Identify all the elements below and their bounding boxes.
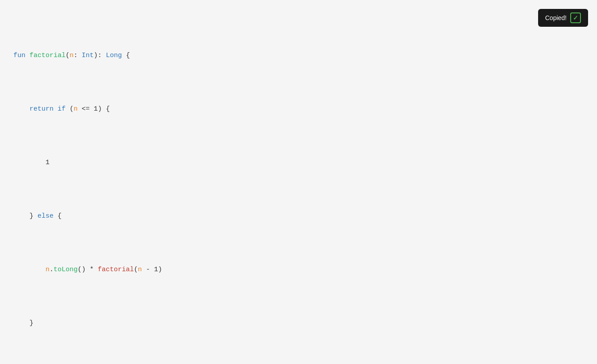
code-line-6: }	[13, 317, 584, 330]
code-block: fun factorial(n: Int): Long { return if …	[13, 9, 584, 364]
copied-toast: Copied! ✓	[538, 9, 588, 27]
copied-label: Copied!	[545, 14, 567, 21]
check-icon: ✓	[570, 12, 581, 23]
code-container: fun factorial(n: Int): Long { return if …	[0, 0, 597, 364]
code-line-1: fun factorial(n: Int): Long {	[13, 49, 584, 62]
code-line-4: } else {	[13, 210, 584, 223]
code-line-5: n.toLong() * factorial(n - 1)	[13, 263, 584, 277]
code-line-3: 1	[13, 156, 584, 170]
code-line-2: return if (n <= 1) {	[13, 103, 584, 116]
